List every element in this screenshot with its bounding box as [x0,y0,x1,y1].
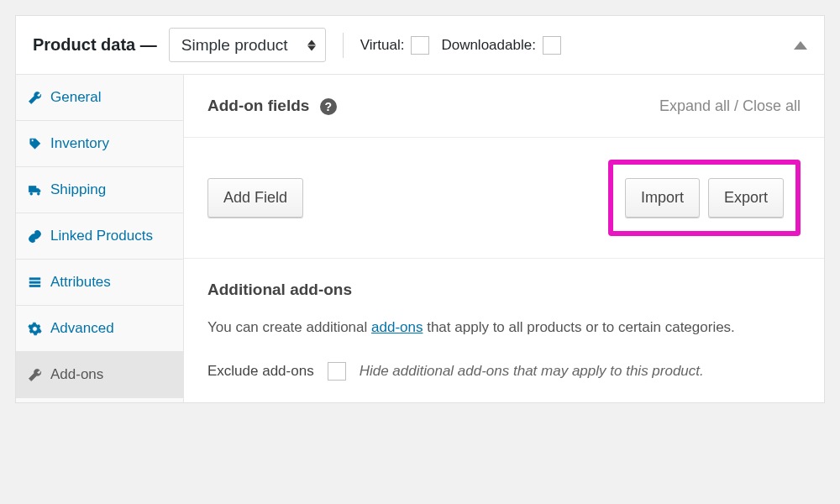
tab-addons[interactable]: Add-ons [16,352,183,398]
tab-shipping-label: Shipping [50,181,106,198]
product-data-header: Product data — Simple product Virtual: D… [16,16,824,75]
tab-inventory[interactable]: Inventory [16,121,183,167]
downloadable-checkbox[interactable] [543,36,561,55]
virtual-toggle: Virtual: [360,36,430,55]
tab-general[interactable]: General [16,75,183,121]
wrench-icon [28,91,42,105]
truck-icon [28,183,42,197]
tab-linked-label: Linked Products [50,228,153,244]
tab-shipping[interactable]: Shipping [16,167,183,213]
close-all-link[interactable]: Close all [743,97,801,114]
addon-actions-row: Add Field Import Export [184,137,824,258]
exclude-addons-checkbox[interactable] [328,362,346,381]
help-icon[interactable]: ? [320,98,337,115]
tab-attributes-label: Attributes [50,274,111,291]
list-icon [28,276,42,290]
addon-fields-header: Add-on fields ? Expand all / Close all [184,75,824,137]
exclude-addons-row: Exclude add-ons Hide additional add-ons … [207,362,801,381]
product-data-body: General Inventory Shipping Linked Produc… [16,75,824,402]
downloadable-toggle: Downloadable: [441,36,560,55]
gear-icon [28,322,42,336]
virtual-label: Virtual: [360,37,405,54]
tab-linked[interactable]: Linked Products [16,213,183,260]
tab-addons-label: Add-ons [50,366,103,383]
downloadable-label: Downloadable: [441,37,535,54]
collapse-icon[interactable] [794,41,807,50]
exclude-addons-help: Hide additional add-ons that may apply t… [360,363,704,380]
header-divider [343,33,344,58]
export-button[interactable]: Export [708,178,784,218]
tab-attributes[interactable]: Attributes [16,260,183,306]
additional-addons-section: Additional add-ons You can create additi… [184,258,824,402]
product-type-select[interactable]: Simple product [169,28,326,62]
wrench-icon [28,368,42,382]
additional-addons-desc: You can create additional add-ons that a… [207,316,801,339]
import-export-highlight: Import Export [608,160,801,236]
tab-inventory-label: Inventory [50,135,109,152]
exclude-addons-label: Exclude add-ons [207,363,314,380]
tab-advanced-label: Advanced [50,320,114,337]
product-data-title: Product data — [33,35,157,55]
product-type-select-wrap: Simple product [169,28,326,62]
tag-icon [28,137,42,151]
import-button[interactable]: Import [625,178,700,218]
addons-link[interactable]: add-ons [371,319,423,335]
addon-fields-heading: Add-on fields [207,97,309,114]
virtual-checkbox[interactable] [411,36,429,55]
product-data-metabox: Product data — Simple product Virtual: D… [15,15,825,403]
additional-addons-heading: Additional add-ons [207,281,801,299]
addons-panel: Add-on fields ? Expand all / Close all A… [184,75,824,402]
svg-rect-1 [29,281,40,283]
tab-advanced[interactable]: Advanced [16,306,183,352]
expand-all-link[interactable]: Expand all [659,97,730,114]
product-data-tabs: General Inventory Shipping Linked Produc… [16,75,184,402]
svg-rect-2 [29,285,40,286]
tab-general-label: General [50,89,101,106]
svg-rect-0 [29,277,40,279]
expand-close-links: Expand all / Close all [659,97,801,115]
add-field-button[interactable]: Add Field [207,178,303,218]
link-icon [28,229,42,244]
